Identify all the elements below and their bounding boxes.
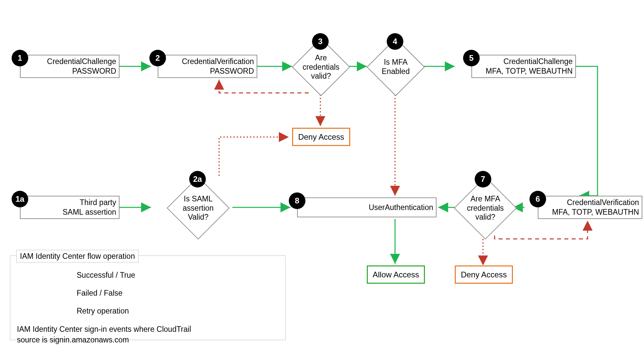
diagram-canvas: CredentialChallenge PASSWORD 1 Credentia…: [0, 0, 644, 362]
node-3-badge: 3: [312, 33, 329, 50]
node-3-line2: credentials: [302, 62, 339, 71]
node-1-line2: PASSWORD: [72, 66, 116, 76]
node-2-line1: CredentialVerification: [182, 57, 254, 66]
node-2-box: CredentialVerification PASSWORD: [158, 55, 257, 78]
node-1a-box: Third party SAML assertion: [20, 196, 120, 219]
deny-access-1: Deny Access: [292, 128, 350, 146]
node-8-badge: 8: [289, 192, 305, 209]
node-2a-line3: Valid?: [188, 213, 208, 221]
node-6-badge: 6: [529, 191, 546, 207]
node-2a-line2: assertion: [183, 203, 213, 212]
node-7-line3: valid?: [475, 213, 495, 221]
legend-success-label: Successful / True: [77, 270, 135, 280]
node-1a-badge: 1a: [12, 191, 28, 207]
node-4-badge: 4: [387, 33, 403, 50]
node-4-line2: Enabled: [382, 67, 410, 76]
node-1-box: CredentialChallenge PASSWORD: [20, 55, 120, 78]
node-8-line1: UserAuthentication: [369, 203, 433, 212]
allow-access: Allow Access: [367, 265, 425, 284]
legend-box: IAM Identity Center flow operation Succe…: [10, 255, 285, 340]
deny-access-2: Deny Access: [455, 265, 513, 284]
node-5-line2: MFA, TOTP, WEBAUTHN: [486, 66, 573, 76]
node-2-badge: 2: [149, 50, 166, 66]
legend-retry-label: Retry operation: [77, 306, 129, 316]
legend-caption-2: source is signin.amazonaws.com: [17, 335, 129, 344]
node-1-line1: CredentialChallenge: [47, 57, 116, 66]
node-7-line2: credentials: [467, 203, 504, 212]
node-8-box: UserAuthentication: [297, 197, 437, 217]
node-6-line2: MFA, TOTP, WEBAUTHN: [552, 207, 639, 217]
node-7-badge: 7: [475, 171, 491, 187]
node-2a-badge: 2a: [189, 171, 206, 187]
legend-failed-label: Failed / False: [77, 288, 122, 298]
node-5-badge: 5: [463, 50, 480, 66]
node-6-line1: CredentialVerification: [567, 198, 639, 207]
node-1a-line2: SAML assertion: [63, 207, 117, 217]
node-3-line1: Are: [315, 53, 327, 62]
node-4-line1: Is MFA: [384, 58, 408, 66]
node-7-line1: Are MFA: [470, 194, 500, 203]
node-5-line1: CredentialChallenge: [504, 57, 573, 66]
node-1-badge: 1: [12, 50, 28, 66]
node-6-box: CredentialVerification MFA, TOTP, WEBAUT…: [538, 196, 642, 219]
node-1a-line1: Third party: [80, 198, 116, 207]
legend-title: IAM Identity Center flow operation: [16, 250, 138, 262]
node-5-box: CredentialChallenge MFA, TOTP, WEBAUTHN: [471, 55, 576, 78]
node-2a-line1: Is SAML: [184, 194, 213, 203]
legend-caption-1: IAM Identity Center sign-in events where…: [17, 325, 191, 333]
node-2-line2: PASSWORD: [210, 66, 254, 76]
node-3-line3: valid?: [311, 72, 331, 80]
